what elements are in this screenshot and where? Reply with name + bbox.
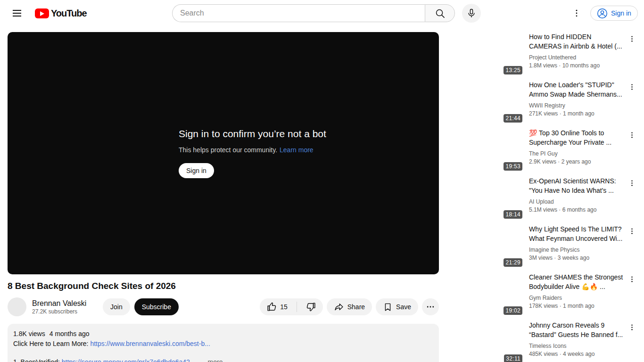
subscriber-count: 27.2K subscribers bbox=[32, 308, 92, 315]
related-video-title[interactable]: 💯 Top 30 Online Tools to Supercharge You… bbox=[529, 128, 624, 147]
video-thumbnail[interactable]: 19:53 bbox=[446, 128, 525, 173]
kebab-menu-icon[interactable] bbox=[626, 225, 637, 237]
youtube-play-icon bbox=[35, 8, 49, 18]
video-thumbnail[interactable]: 21:29 bbox=[446, 224, 525, 269]
kebab-menu-icon[interactable] bbox=[626, 321, 637, 333]
description-text: Click Here to Learn More: bbox=[13, 340, 90, 347]
video-thumbnail[interactable]: 19:02 bbox=[446, 272, 525, 317]
related-video-channel: The PI Guy bbox=[529, 150, 624, 157]
video-player[interactable]: Sign in to confirm you’re not a bot This… bbox=[8, 32, 439, 274]
kebab-menu-icon[interactable] bbox=[626, 129, 637, 140]
share-icon bbox=[334, 302, 344, 312]
save-button[interactable]: Save bbox=[376, 298, 418, 315]
show-more-link[interactable]: ...more bbox=[202, 358, 223, 362]
bot-check-message: Sign in to confirm you’re not a bot This… bbox=[179, 128, 326, 178]
description-box[interactable]: 1.8K views4 months ago Click Here to Lea… bbox=[8, 324, 439, 362]
learn-more-link[interactable]: Learn more bbox=[280, 146, 314, 154]
bot-check-headline: Sign in to confirm you’re not a bot bbox=[179, 128, 326, 140]
related-video-meta: 485K views · 4 weeks ago bbox=[529, 351, 624, 357]
search-input[interactable] bbox=[172, 4, 425, 22]
dislike-button[interactable] bbox=[300, 298, 323, 315]
related-video-meta: 3M views · 3 weeks ago bbox=[529, 255, 624, 261]
channel-name[interactable]: Brennan Valeski bbox=[32, 299, 92, 308]
related-video-meta: 271K views · 1 month ago bbox=[529, 110, 624, 117]
like-button[interactable]: 15 bbox=[260, 298, 293, 315]
search-icon[interactable] bbox=[425, 4, 455, 22]
duration-badge: 18:14 bbox=[504, 210, 522, 219]
related-video-meta: 178K views · 1 month ago bbox=[529, 303, 624, 309]
description-link[interactable]: https://secure.money.com/pr/x7e6dbde6a42 bbox=[62, 358, 190, 362]
related-video-title[interactable]: Why Light Speed Is The LIMIT? What Feynm… bbox=[529, 224, 624, 243]
related-video-title[interactable]: Cleaner SHAMES the Strongest Bodybuilder… bbox=[529, 272, 624, 291]
subscribe-button[interactable]: Subscribe bbox=[134, 298, 179, 315]
duration-badge: 19:53 bbox=[504, 162, 522, 171]
channel-meta: Brennan Valeski 27.2K subscribers bbox=[32, 299, 92, 315]
duration-badge: 21:29 bbox=[504, 258, 522, 267]
related-video-title[interactable]: How to Find HIDDEN CAMERAS in Airbnb & H… bbox=[529, 32, 624, 51]
related-video-item[interactable]: 19:53 💯 Top 30 Online Tools to Superchar… bbox=[446, 128, 637, 173]
related-video-item[interactable]: 21:44 How One Loader's "STUPID" Ammo Swa… bbox=[446, 80, 637, 124]
kebab-menu-icon[interactable] bbox=[570, 8, 583, 19]
dislike-icon bbox=[306, 302, 316, 312]
save-icon bbox=[383, 302, 393, 312]
video-thumbnail[interactable]: 32:11 bbox=[446, 321, 525, 362]
duration-badge: 32:11 bbox=[504, 354, 522, 362]
description-link[interactable]: https://www.brennanvaleski.com/best-b... bbox=[90, 340, 210, 347]
person-icon bbox=[597, 8, 608, 19]
kebab-menu-icon[interactable] bbox=[626, 177, 637, 189]
player-signin-button[interactable]: Sign in bbox=[179, 163, 214, 178]
video-thumbnail[interactable]: 13:25 bbox=[446, 32, 525, 76]
related-videos-sidebar: 13:25 How to Find HIDDEN CAMERAS in Airb… bbox=[446, 32, 637, 362]
related-video-title[interactable]: Ex-OpenAI Scientist WARNS: "You Have No … bbox=[529, 176, 624, 195]
join-button[interactable]: Join bbox=[103, 298, 130, 315]
like-dislike-pill: 15 bbox=[260, 298, 323, 315]
header-signin-button[interactable]: Sign in bbox=[590, 6, 638, 21]
youtube-logo[interactable]: YouTube bbox=[35, 8, 87, 19]
related-video-meta: 1.8M views · 10 months ago bbox=[529, 62, 624, 69]
masthead: YouTube Sign in bbox=[0, 0, 644, 26]
divider bbox=[297, 302, 297, 312]
related-video-title[interactable]: How One Loader's "STUPID" Ammo Swap Made… bbox=[529, 80, 624, 99]
related-video-item[interactable]: 19:02 Cleaner SHAMES the Strongest Bodyb… bbox=[446, 272, 637, 317]
signin-label: Sign in bbox=[611, 9, 631, 17]
like-icon bbox=[266, 302, 277, 312]
related-video-item[interactable]: 21:29 Why Light Speed Is The LIMIT? What… bbox=[446, 224, 637, 269]
related-video-channel: WWII Registry bbox=[529, 102, 624, 109]
related-video-channel: Gym Raiders bbox=[529, 295, 624, 301]
description-text: 1. BeenVerified: bbox=[13, 358, 62, 362]
mic-icon[interactable] bbox=[462, 4, 481, 23]
related-video-channel: Timeless Icons bbox=[529, 343, 624, 349]
kebab-menu-icon[interactable] bbox=[626, 273, 637, 285]
kebab-menu-icon[interactable] bbox=[626, 33, 637, 44]
duration-badge: 19:02 bbox=[504, 306, 522, 315]
related-video-meta: 5.1M views · 6 months ago bbox=[529, 206, 624, 213]
kebab-menu-icon[interactable] bbox=[626, 81, 637, 92]
related-video-channel: Project Untethered bbox=[529, 54, 624, 61]
video-thumbnail[interactable]: 21:44 bbox=[446, 80, 525, 124]
view-count: 1.8K views bbox=[13, 330, 45, 337]
save-label: Save bbox=[396, 303, 411, 311]
video-title: 8 Best Background Check Sites of 2026 bbox=[8, 281, 439, 291]
share-label: Share bbox=[347, 303, 365, 311]
like-count: 15 bbox=[280, 303, 288, 311]
channel-avatar[interactable] bbox=[8, 297, 26, 316]
action-buttons: 15 Share Save bbox=[260, 298, 439, 315]
logo-text: YouTube bbox=[51, 8, 87, 19]
more-actions-icon[interactable] bbox=[422, 298, 439, 315]
share-button[interactable]: Share bbox=[327, 298, 372, 315]
related-video-channel: Imagine the Physics bbox=[529, 247, 624, 253]
duration-badge: 21:44 bbox=[504, 114, 522, 123]
menu-icon[interactable] bbox=[10, 8, 24, 19]
related-video-title[interactable]: Johnny Carson Reveals 9 “Bastard” Guests… bbox=[529, 321, 624, 339]
duration-badge: 13:25 bbox=[504, 66, 522, 74]
video-thumbnail[interactable]: 18:14 bbox=[446, 176, 525, 221]
related-video-channel: AI Upload bbox=[529, 198, 624, 205]
search-bar bbox=[172, 4, 455, 22]
bot-check-subtext: This helps protect our community. bbox=[179, 146, 277, 154]
related-video-meta: 2.9K views · 2 years ago bbox=[529, 158, 624, 165]
video-info-row: Brennan Valeski 27.2K subscribers Join S… bbox=[8, 297, 439, 316]
upload-age: 4 months ago bbox=[50, 330, 90, 337]
related-video-item[interactable]: 18:14 Ex-OpenAI Scientist WARNS: "You Ha… bbox=[446, 176, 637, 221]
related-video-item[interactable]: 13:25 How to Find HIDDEN CAMERAS in Airb… bbox=[446, 32, 637, 76]
related-video-item[interactable]: 32:11 Johnny Carson Reveals 9 “Bastard” … bbox=[446, 321, 637, 362]
